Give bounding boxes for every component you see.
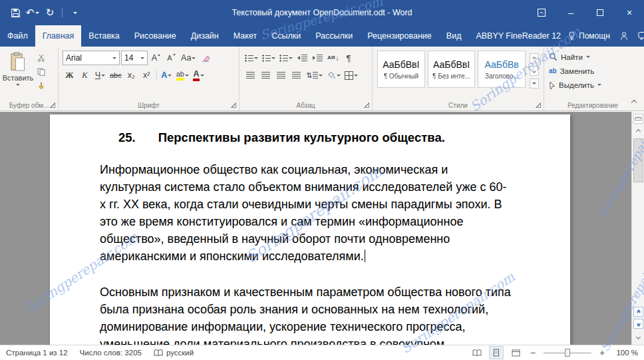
font-dialog-launcher-icon[interactable]: [231, 102, 236, 108]
subscript-button[interactable]: x₂: [124, 68, 138, 83]
redo-button[interactable]: ↻: [43, 5, 57, 21]
ruler-toggle-button[interactable]: [633, 114, 643, 124]
tab-draw[interactable]: Рисование: [127, 25, 184, 47]
styles-more-button[interactable]: [530, 79, 539, 89]
undo-button[interactable]: ↶: [25, 5, 40, 21]
scrollbar-thumb[interactable]: [633, 138, 643, 182]
strikethrough-button[interactable]: abc: [108, 68, 123, 83]
text-effects-button[interactable]: А: [160, 68, 174, 83]
tell-me-assistant-button[interactable]: Помощн: [568, 31, 610, 41]
style-label: ¶ Без инте...: [432, 73, 470, 80]
line-spacing-button[interactable]: ⇅: [305, 68, 324, 83]
scissors-icon: [37, 54, 45, 62]
select-button[interactable]: Выделить: [549, 79, 637, 91]
account-button[interactable]: [619, 31, 629, 41]
find-button[interactable]: Найти: [549, 51, 637, 63]
font-size-combo[interactable]: 14: [121, 51, 148, 65]
scroll-up-button[interactable]: [633, 126, 643, 136]
align-center-button[interactable]: [259, 68, 273, 83]
italic-button[interactable]: К: [78, 68, 92, 83]
bold-button[interactable]: Ж: [63, 68, 77, 83]
ribbon-display-options-button[interactable]: [527, 0, 556, 25]
word-count-indicator[interactable]: Число слов: 3205: [80, 349, 142, 357]
tab-references[interactable]: Ссылки: [264, 25, 308, 47]
numbering-button[interactable]: [261, 51, 277, 65]
web-layout-icon: [512, 349, 520, 357]
save-button[interactable]: [8, 5, 23, 21]
tab-insert[interactable]: Вставка: [81, 25, 126, 47]
shrink-font-label: А: [167, 54, 172, 62]
read-mode-button[interactable]: [470, 347, 484, 359]
print-layout-button[interactable]: [490, 347, 503, 359]
tab-view[interactable]: Вид: [439, 25, 469, 47]
maximize-button[interactable]: [585, 0, 615, 25]
dropdown-arrow-icon: [289, 57, 293, 59]
tab-layout[interactable]: Макет: [226, 25, 264, 47]
zoom-out-button[interactable]: −: [528, 347, 538, 358]
proofing-status[interactable]: русский: [154, 349, 194, 357]
comment-icon: [638, 31, 644, 41]
shading-button[interactable]: [325, 68, 342, 83]
decrease-indent-button[interactable]: [295, 51, 309, 65]
text-line: Информационное общество как социальная, …: [100, 161, 561, 178]
increase-indent-button[interactable]: [311, 51, 325, 65]
change-case-button[interactable]: Аа: [180, 51, 197, 65]
replace-button[interactable]: ab Заменить: [549, 65, 637, 77]
show-paragraph-marks-button[interactable]: ¶: [342, 51, 356, 65]
highlight-color-button[interactable]: ab: [175, 68, 190, 83]
tab-home[interactable]: Главная: [35, 25, 82, 47]
bullets-button[interactable]: [243, 51, 259, 65]
zoom-level-label[interactable]: 100 %: [613, 349, 638, 357]
font-color-button[interactable]: А: [192, 68, 206, 83]
borders-button[interactable]: [343, 68, 359, 83]
style-no-spacing[interactable]: АаБбВвІ ¶ Без инте...: [428, 51, 476, 88]
styles-dialog-launcher-icon[interactable]: [536, 102, 541, 108]
styles-scroll-up-button[interactable]: [530, 53, 539, 63]
zoom-slider-thumb[interactable]: [565, 349, 570, 357]
clipboard-dialog-launcher-icon[interactable]: [50, 102, 55, 108]
justify-button[interactable]: [289, 68, 303, 83]
copy-button[interactable]: [34, 66, 48, 78]
cut-button[interactable]: [34, 52, 48, 64]
sort-button[interactable]: АЯ ↓: [326, 51, 341, 65]
tab-design[interactable]: Дизайн: [184, 25, 226, 47]
change-case-label: Аа: [181, 53, 191, 63]
previous-page-button[interactable]: [633, 307, 643, 317]
align-right-button[interactable]: [274, 68, 288, 83]
page-indicator-label: Страница 1 из 12: [6, 349, 68, 357]
collapse-ribbon-button[interactable]: [628, 98, 640, 107]
font-name-combo[interactable]: Arial: [63, 51, 120, 65]
style-normal[interactable]: АаБбВвІ ¶ Обычный: [377, 51, 425, 88]
chevron-down-icon: [532, 69, 536, 73]
paste-button[interactable]: Вставить: [2, 49, 34, 97]
web-layout-button[interactable]: [509, 347, 522, 359]
tab-review[interactable]: Рецензирование: [360, 25, 439, 47]
text-line: х гг. XX века, когда стали очевидными че…: [100, 196, 561, 213]
vertical-scrollbar: [631, 112, 644, 345]
close-button[interactable]: ×: [615, 0, 644, 25]
document-page[interactable]: 25. Перспективы развития культурного общ…: [50, 114, 570, 345]
zoom-slider[interactable]: [544, 348, 591, 357]
dropdown-arrow-icon: [319, 75, 323, 77]
style-heading1[interactable]: АаБбВв Заголово...: [478, 51, 526, 88]
align-left-button[interactable]: [243, 68, 257, 83]
paragraph-dialog-launcher-icon[interactable]: [364, 102, 369, 108]
grow-font-button[interactable]: А: [149, 51, 163, 65]
multilevel-list-button[interactable]: [278, 51, 294, 65]
scroll-down-button[interactable]: [633, 332, 643, 342]
page-indicator[interactable]: Страница 1 из 12: [6, 349, 68, 357]
clear-formatting-button[interactable]: [198, 51, 212, 65]
next-page-button[interactable]: [633, 319, 643, 329]
customize-quick-access-button[interactable]: [67, 5, 82, 21]
minimize-button[interactable]: –: [556, 0, 585, 25]
format-painter-button[interactable]: [34, 80, 48, 92]
tab-abbyy-finereader[interactable]: ABBYY FineReader 12: [468, 25, 568, 47]
shrink-font-button[interactable]: А: [164, 51, 178, 65]
zoom-in-button[interactable]: +: [597, 347, 607, 358]
underline-button[interactable]: Ч: [93, 68, 107, 83]
feedback-button[interactable]: [638, 31, 644, 41]
tab-mailings[interactable]: Рассылки: [308, 25, 360, 47]
superscript-button[interactable]: x²: [140, 68, 154, 83]
tab-file[interactable]: Файл: [0, 25, 35, 47]
styles-scroll-down-button[interactable]: [530, 66, 539, 76]
